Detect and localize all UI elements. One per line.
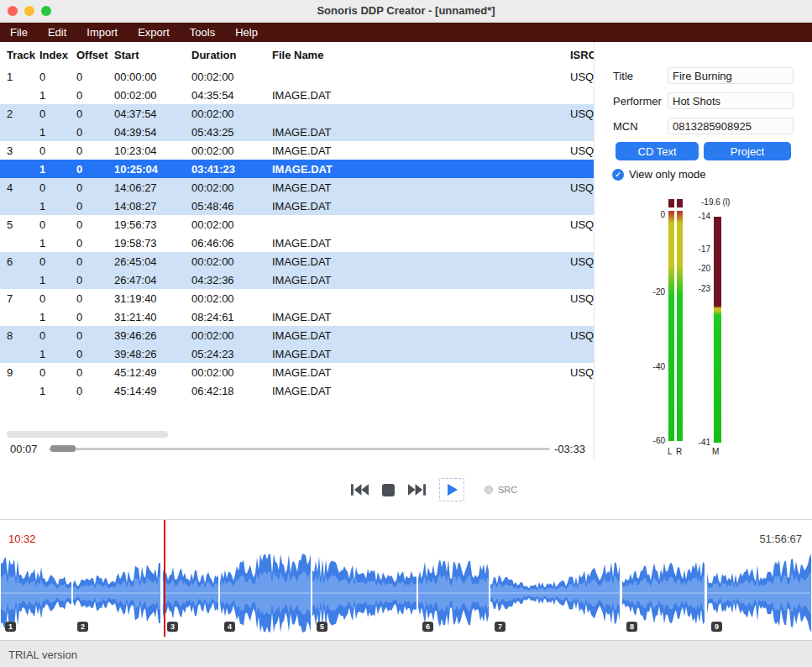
elapsed-time: 00:07: [10, 443, 38, 455]
cell-index: 1: [39, 89, 76, 102]
cell-start: 39:48:26: [114, 348, 191, 360]
table-row[interactable]: 1000:02:0004:35:54IMAGE.DAT: [0, 86, 594, 104]
menu-item-import[interactable]: Import: [76, 26, 128, 39]
waveform-track-1[interactable]: 1: [1, 553, 71, 633]
cell-track: 5: [7, 218, 39, 231]
position-slider[interactable]: [49, 440, 550, 457]
table-row[interactable]: 1014:08:2705:48:46IMAGE.DAT: [0, 197, 594, 215]
table-row[interactable]: 10000:00:0000:02:00USQ: [0, 67, 594, 86]
waveform-track-8[interactable]: 8: [622, 553, 705, 633]
menu-item-export[interactable]: Export: [128, 26, 180, 39]
cell-start: 45:12:49: [114, 366, 191, 379]
cell-offset: 0: [76, 181, 114, 194]
waveform-track-2[interactable]: 2: [73, 553, 161, 633]
cell-start: 19:56:73: [114, 218, 191, 231]
table-row[interactable]: 60026:45:0400:02:00IMAGE.DATUSQ: [0, 252, 594, 270]
table-row[interactable]: 1031:21:4008:24:61IMAGE.DAT: [0, 307, 594, 326]
table-horizontal-scrollbar[interactable]: [7, 431, 168, 438]
waveform-track-3[interactable]: 3: [163, 553, 218, 633]
mcn-label: MCN: [613, 120, 668, 133]
table-row[interactable]: 1026:47:0404:32:36IMAGE.DAT: [0, 270, 594, 289]
waveform-track-7[interactable]: 7: [490, 553, 621, 633]
table-row[interactable]: 1004:39:5405:43:25IMAGE.DAT: [0, 123, 594, 141]
table-row[interactable]: 30010:23:0400:02:00IMAGE.DATUSQ: [0, 141, 594, 160]
cell-start: 10:23:04: [114, 144, 191, 157]
menu-item-help[interactable]: Help: [225, 26, 268, 39]
cell-offset: 0: [76, 385, 114, 397]
mcn-input[interactable]: [668, 118, 794, 134]
cd-text-button[interactable]: CD Text: [616, 142, 699, 160]
cell-index: 1: [39, 200, 76, 213]
menu-item-file[interactable]: File: [0, 26, 38, 39]
channel-label-left: L: [668, 447, 673, 456]
cell-start: 19:58:73: [114, 237, 191, 249]
cell-duration: 00:02:00: [191, 108, 272, 120]
track-number-badge: 3: [167, 622, 178, 632]
cell-index: 0: [39, 181, 76, 194]
track-number-badge: 5: [317, 622, 327, 632]
project-button[interactable]: Project: [704, 142, 791, 160]
table-row[interactable]: 90045:12:4900:02:00IMAGE.DATUSQ: [0, 363, 594, 381]
table-row[interactable]: 50019:56:7300:02:00USQ: [0, 215, 594, 234]
table-row[interactable]: 1039:48:2605:24:23IMAGE.DAT: [0, 344, 594, 363]
table-row[interactable]: 20004:37:5400:02:00USQ: [0, 104, 594, 123]
performer-input[interactable]: [668, 92, 794, 109]
cell-index: 0: [39, 366, 76, 379]
waveform-graphic: [312, 553, 416, 633]
cell-offset: 0: [76, 274, 114, 286]
table-row[interactable]: 1045:14:4906:42:18IMAGE.DAT: [0, 381, 594, 400]
table-row[interactable]: 1010:25:0403:41:23IMAGE.DAT: [0, 160, 594, 178]
window-title: Sonoris DDP Creator - [unnamed*]: [0, 0, 812, 22]
cell-start: 00:00:00: [114, 71, 191, 83]
cell-duration: 00:02:00: [191, 329, 272, 342]
main-area: Track Index Offset Start Duration File N…: [0, 42, 812, 519]
waveform-track-4[interactable]: 4: [220, 553, 311, 633]
waveform-track-9[interactable]: 9: [707, 553, 812, 633]
m-scale-label: -41: [689, 438, 710, 448]
src-label: SRC: [498, 485, 517, 495]
cell-duration: 03:41:23: [191, 163, 272, 176]
cell-index: 0: [39, 144, 76, 157]
title-field-row: Title: [613, 67, 804, 84]
cell-index: 0: [39, 292, 76, 305]
cell-duration: 00:02:00: [191, 144, 272, 157]
cell-duration: 00:02:00: [191, 292, 272, 305]
previous-button[interactable]: [351, 484, 369, 496]
play-button[interactable]: [439, 478, 464, 502]
track-number-badge: 4: [224, 622, 235, 632]
title-input[interactable]: [668, 67, 794, 84]
cell-duration: 06:42:18: [191, 385, 272, 397]
slider-thumb[interactable]: [50, 445, 76, 452]
track-number-badge: 1: [5, 622, 16, 632]
cell-offset: 0: [76, 108, 114, 120]
cell-isrc: USQ: [570, 144, 594, 157]
waveform-track-5[interactable]: 5: [312, 553, 416, 633]
cell-index: 0: [39, 255, 76, 268]
track-number-badge: 6: [422, 622, 433, 632]
cell-track: 9: [7, 366, 39, 379]
cell-isrc: USQ: [570, 218, 594, 231]
track-number-badge: 8: [626, 622, 637, 632]
table-row[interactable]: 1019:58:7306:46:06IMAGE.DAT: [0, 234, 594, 252]
cell-offset: 0: [76, 71, 114, 83]
channel-label-right: R: [676, 447, 682, 456]
waveform-track-6[interactable]: 6: [418, 553, 489, 633]
cell-file: IMAGE.DAT: [272, 163, 570, 176]
next-button[interactable]: [408, 484, 426, 496]
stop-button[interactable]: [382, 484, 395, 496]
menu-item-tools[interactable]: Tools: [180, 26, 225, 39]
cell-track: 4: [7, 181, 39, 194]
cell-offset: 0: [76, 218, 114, 231]
level-meter-right: [677, 199, 683, 441]
table-row[interactable]: 80039:46:2600:02:00IMAGE.DATUSQ: [0, 326, 594, 344]
menu-item-edit[interactable]: Edit: [38, 26, 76, 39]
table-row[interactable]: 40014:06:2700:02:00IMAGE.DATUSQ: [0, 178, 594, 197]
cell-file: IMAGE.DAT: [272, 200, 570, 213]
table-row[interactable]: 70031:19:4000:02:00USQ: [0, 289, 594, 307]
cell-file: IMAGE.DAT: [272, 385, 570, 397]
column-header-duration: Duration: [191, 49, 272, 61]
view-only-checkbox[interactable]: ✓: [612, 169, 624, 181]
cell-duration: 05:24:23: [191, 348, 272, 360]
cell-start: 31:21:40: [114, 311, 191, 323]
playhead-cursor[interactable]: [164, 520, 165, 637]
